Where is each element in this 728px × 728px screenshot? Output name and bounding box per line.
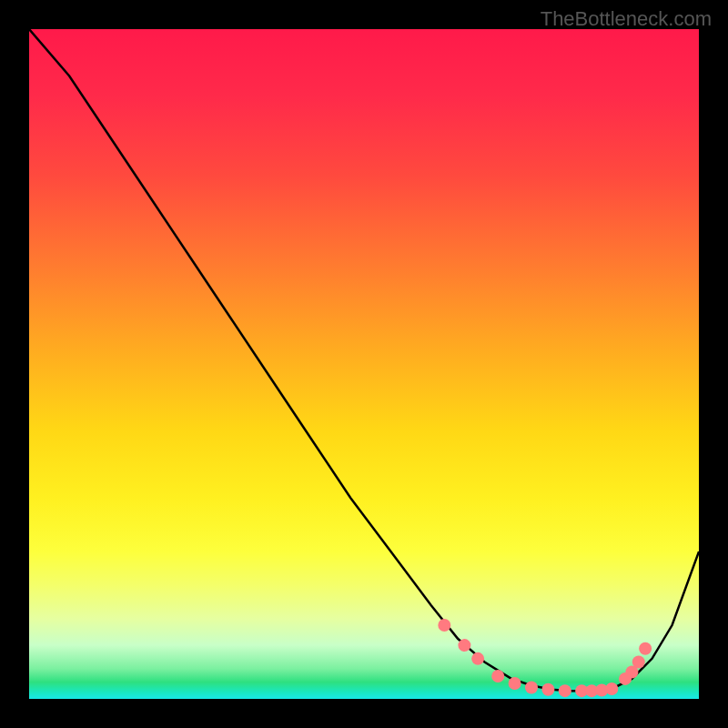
marker-dot [509,677,521,690]
marker-dot [605,682,618,695]
chart-svg [29,29,699,699]
marker-dot [639,642,652,655]
marker-dot [632,656,645,669]
marker-dot [438,619,450,632]
curve-line [29,29,699,691]
marker-dot [525,681,538,693]
marker-dot [458,639,470,652]
bottleneck-curve [29,29,699,691]
marker-dot [491,670,504,682]
plot-area [29,29,699,699]
marker-dot [541,683,554,696]
watermark-text: TheBottleneck.com [541,7,712,31]
marker-dot [471,652,484,665]
marker-dot [559,684,571,697]
